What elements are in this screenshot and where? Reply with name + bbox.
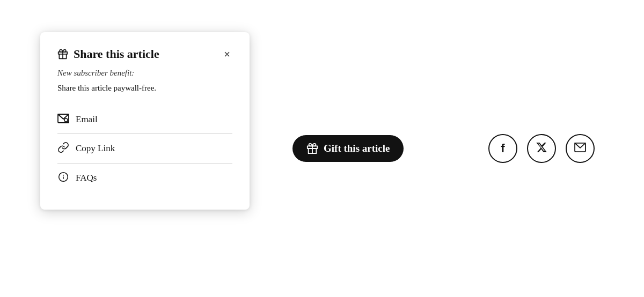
- menu-items-list: Email Copy Link FAQs: [57, 106, 232, 192]
- email-share-icon: [574, 143, 586, 155]
- popup-subtitle: New subscriber benefit:: [57, 69, 232, 78]
- facebook-share-button[interactable]: f: [488, 134, 517, 163]
- gift-icon: [57, 49, 68, 60]
- social-buttons-group: f: [488, 134, 595, 163]
- facebook-icon: f: [501, 142, 504, 155]
- email-icon: [57, 114, 69, 126]
- popup-title-group: Share this article: [57, 47, 159, 61]
- email-share-button[interactable]: [566, 134, 595, 163]
- twitter-icon: [536, 142, 547, 156]
- faqs-label: FAQs: [76, 173, 97, 183]
- info-icon: [57, 172, 69, 185]
- gift-article-button[interactable]: Gift this article: [292, 135, 404, 162]
- email-label: Email: [76, 114, 98, 125]
- gift-button-icon: [306, 143, 318, 154]
- popup-title: Share this article: [74, 47, 159, 61]
- link-icon: [57, 142, 69, 156]
- copy-link-label: Copy Link: [76, 143, 115, 154]
- gift-button-label: Gift this article: [324, 143, 390, 154]
- twitter-share-button[interactable]: [527, 134, 556, 163]
- faqs-menu-item[interactable]: FAQs: [57, 164, 232, 192]
- copy-link-menu-item[interactable]: Copy Link: [57, 133, 232, 164]
- popup-description: Share this article paywall-free.: [57, 82, 232, 94]
- popup-header: Share this article ×: [57, 47, 232, 61]
- email-menu-item[interactable]: Email: [57, 106, 232, 133]
- share-popup: Share this article × New subscriber bene…: [40, 32, 250, 210]
- close-button[interactable]: ×: [222, 48, 232, 61]
